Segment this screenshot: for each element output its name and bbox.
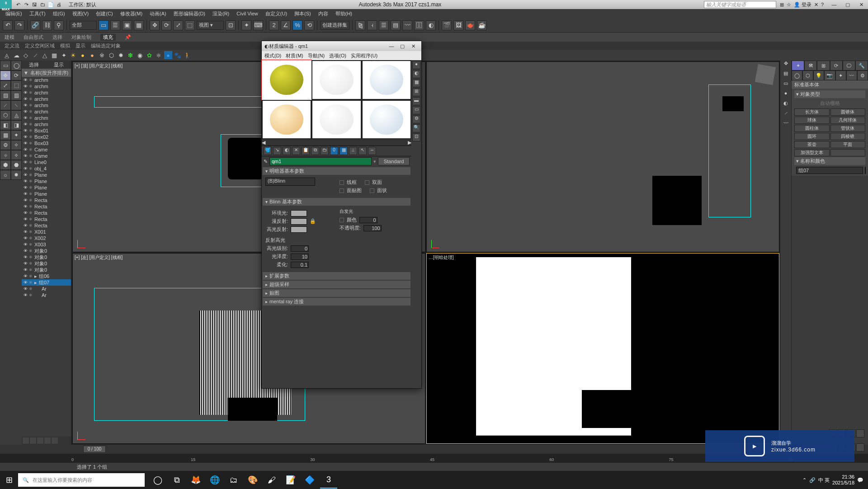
snap-grid-icon[interactable]: ▦ (50, 51, 58, 59)
mat-copy[interactable]: 📋 (302, 147, 310, 155)
shader-type-dropdown[interactable]: (B)Blinn (265, 178, 315, 186)
subcat-shapes[interactable]: ⬡ (802, 71, 813, 80)
menu-civilview[interactable]: Civil View (234, 11, 260, 16)
ribbon-tab-selection[interactable]: 选择 (52, 34, 62, 41)
eye-icon[interactable]: 👁 (24, 103, 28, 108)
freeze-icon[interactable]: ❄ (29, 211, 33, 215)
eye-icon[interactable]: 👁 (24, 154, 28, 158)
scene-item[interactable]: 👁❄Recta (22, 197, 71, 203)
mat-put-to-scene[interactable]: ↘ (273, 147, 281, 155)
soften-value[interactable]: 0.1 (291, 262, 309, 268)
viewport-left-label[interactable]: [+] [左] [用户定义] [线框] (75, 254, 123, 261)
lt-k[interactable]: ⚙ (0, 140, 11, 150)
freeze-icon[interactable]: ❄ (29, 90, 33, 95)
freeze-icon[interactable]: ❄ (29, 173, 33, 177)
reactor-icon[interactable]: ⚛ (155, 51, 163, 59)
faceted-checkbox[interactable] (370, 188, 374, 193)
mat-menu-modes[interactable]: 模式(D) (264, 52, 281, 59)
scene-item[interactable]: 👁❄archm (22, 108, 71, 115)
scene-item[interactable]: 👁❄archm (22, 89, 71, 96)
nav-zoom-all[interactable] (856, 429, 864, 437)
rotate-button[interactable]: ⟳ (161, 20, 171, 30)
lt-a[interactable]: ▤ (0, 90, 11, 100)
eye-icon[interactable]: 👁 (24, 78, 28, 82)
named-selection-set[interactable]: 创建选择集 (320, 21, 349, 30)
viewcube-icon[interactable] (755, 64, 776, 85)
eye-icon[interactable]: 👁 (24, 230, 28, 234)
eye-icon[interactable]: 👁 (24, 280, 28, 285)
scene-item[interactable]: 👁❄archm (22, 83, 71, 89)
window-crossing-button[interactable]: ▦ (134, 20, 144, 30)
selection-filter[interactable]: 全部 (70, 21, 97, 30)
facemap-checkbox[interactable] (340, 188, 344, 193)
primitive-button[interactable]: 几何球体 (830, 117, 866, 124)
app-explorer[interactable]: 🗂 (225, 471, 242, 489)
snap-pivot-icon[interactable]: ✦ (60, 51, 68, 59)
app-notepad[interactable]: 📝 (282, 471, 299, 489)
freeze-icon[interactable]: ❄ (29, 84, 33, 89)
snap-vertex-icon[interactable]: ◇ (22, 51, 30, 59)
mat-go-sibling[interactable]: ↔ (368, 147, 376, 155)
lt-g[interactable]: ◧ (0, 120, 11, 130)
mat-menu-utilities[interactable]: 实用程序(U) (351, 52, 377, 59)
mat-minimize[interactable]: — (386, 43, 397, 49)
freeze-icon[interactable]: ❄ (29, 287, 33, 291)
app-firefox[interactable]: 🦊 (187, 471, 204, 489)
subcat-systems[interactable]: ⚙ (857, 71, 868, 80)
exchange-icon[interactable]: ⊞ (780, 2, 784, 8)
menu-modifiers[interactable]: 修改器(M) (118, 10, 146, 17)
viewport-front[interactable] (426, 61, 779, 252)
time-slider-handle[interactable]: 0 / 100 (83, 446, 106, 453)
render-production-button[interactable]: 🫖 (465, 20, 475, 30)
scene-item[interactable]: 👁❄▸组06 (22, 273, 71, 279)
signin-button[interactable]: 👤 登录 (794, 1, 811, 8)
scene-item[interactable]: 👁❄Plane (22, 191, 71, 197)
rollout-extended[interactable]: ▸ 扩展参数 (263, 272, 410, 280)
keyboard-shortcut-button[interactable]: ⌨ (253, 20, 263, 30)
lt-j[interactable]: ✦ (11, 130, 22, 140)
category-dropdown[interactable]: 标准基本体 (792, 80, 868, 89)
scene-item[interactable]: 👁❄Recta (22, 222, 71, 229)
snap-face-icon[interactable]: △ (41, 51, 49, 59)
qat-save-icon[interactable]: 🖫 (31, 1, 38, 8)
freeze-icon[interactable]: ❄ (29, 198, 33, 202)
freeze-icon[interactable]: ❄ (29, 268, 33, 272)
scene-item[interactable]: 👁❄Recta (22, 216, 71, 222)
snap-2d-button[interactable]: 2 (269, 20, 279, 30)
lt-r[interactable]: ✹ (11, 170, 22, 180)
mat-close[interactable]: ✕ (408, 43, 419, 49)
scene-item[interactable]: 👁❄archm (22, 77, 71, 83)
mat-name-input[interactable] (269, 157, 372, 165)
scene-item[interactable]: 👁❄对象0 (22, 267, 71, 273)
menu-help[interactable]: 帮助(H) (333, 10, 355, 17)
pf-icon[interactable]: ⬡ (107, 51, 115, 59)
mat-uv-tiling[interactable]: ⊞ (412, 88, 420, 96)
viewport-layout-icon[interactable]: ▤ (780, 71, 791, 80)
eye-icon[interactable]: 👁 (24, 217, 28, 221)
mirror-button[interactable]: ⧎ (355, 20, 365, 30)
scene-item[interactable]: 👁❄X003 (22, 241, 71, 248)
start-button[interactable]: ⊞ (0, 475, 18, 485)
scene-item[interactable]: 👁❄Plane (22, 184, 71, 191)
mat-background[interactable]: ▦ (412, 79, 420, 87)
lt-c[interactable]: ⟋ (0, 100, 11, 110)
unlink-button[interactable]: ⛓ (42, 20, 52, 30)
autogrid-checkbox[interactable]: 自动栅格 (794, 99, 865, 108)
menu-views[interactable]: 视图(V) (70, 10, 92, 17)
qat-new-icon[interactable]: 📄 (47, 1, 54, 8)
app-3dsmax[interactable]: 3 (320, 471, 337, 489)
twosided-checkbox[interactable] (365, 180, 369, 185)
app-other[interactable]: 🔷 (301, 471, 318, 489)
lt-f[interactable]: ◬ (11, 110, 22, 120)
mat-options[interactable]: ⚙ (412, 115, 420, 123)
eye-icon[interactable]: 👁 (24, 255, 28, 259)
eye-icon[interactable]: 👁 (24, 116, 28, 120)
safeframe-icon[interactable]: ▭ (780, 80, 791, 90)
primitive-button[interactable]: 管状体 (830, 125, 866, 132)
primitive-button[interactable]: 平面 (830, 141, 866, 148)
schematic-view-button[interactable]: ⿲ (414, 20, 424, 30)
lt-m[interactable]: ⟐ (0, 150, 11, 160)
tab-motion[interactable]: ⟳ (830, 61, 843, 71)
app-palette[interactable]: 🖌 (263, 471, 280, 489)
lt-e[interactable]: ⬡ (0, 110, 11, 120)
